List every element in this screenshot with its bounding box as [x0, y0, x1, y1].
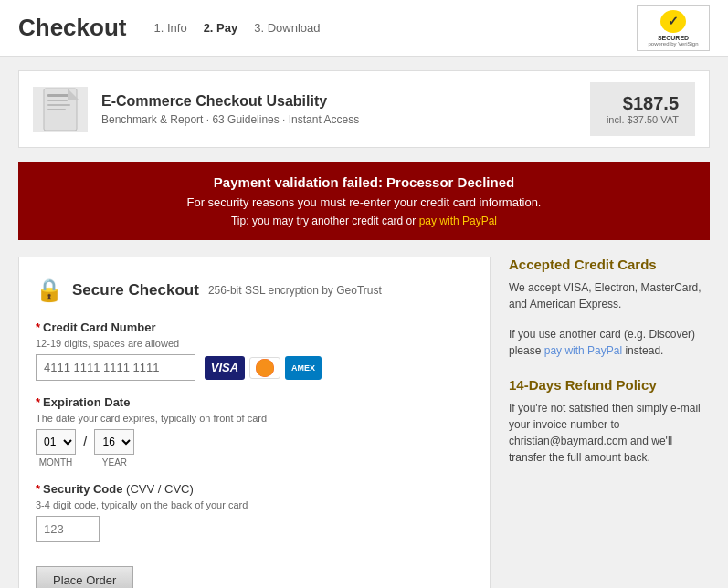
refund-text: If you're not satisfied then simply e-ma…	[509, 400, 710, 466]
expiry-month-select[interactable]: 01020304 05060708 09101112	[36, 429, 76, 455]
page-title: Checkout	[18, 14, 126, 42]
cc-input[interactable]	[36, 354, 195, 381]
svg-rect-2	[47, 100, 68, 101]
cc-field-group: *Credit Card Number 12-19 digits, spaces…	[36, 320, 473, 381]
product-info: E-Commerce Checkout Usability Benchmark …	[101, 93, 590, 126]
refund-heading: 14-Days Refund Policy	[509, 377, 710, 393]
main-content: E-Commerce Checkout Usability Benchmark …	[0, 57, 728, 588]
svg-rect-3	[47, 104, 70, 106]
norton-checkmark: ✓	[660, 10, 686, 33]
error-tip-prefix: Tip: you may try another credit card or	[231, 215, 419, 227]
place-order-button[interactable]: Place Order	[36, 566, 133, 588]
accepted-cards-text2: If you use another card (e.g. Discover) …	[509, 326, 710, 359]
content-row: 🔒 Secure Checkout 256-bit SSL encryption…	[18, 257, 710, 588]
norton-secured: SECURED	[658, 35, 689, 41]
error-tip: Tip: you may try another credit card or …	[37, 215, 691, 227]
security-desc: 3-4 digit code, typically on the back of…	[36, 499, 473, 510]
secure-title: Secure Checkout	[72, 281, 199, 299]
mastercard-icon	[249, 357, 280, 379]
expiry-label: *Expiration Date	[36, 395, 473, 409]
lock-icon: 🔒	[36, 274, 63, 307]
header: Checkout 1. Info 2. Pay 3. Download ✓ SE…	[0, 0, 728, 57]
expiry-desc: The date your card expires, typically on…	[36, 413, 473, 424]
product-subtitle: Benchmark & Report · 63 Guidelines · Ins…	[101, 113, 590, 126]
product-name: E-Commerce Checkout Usability	[101, 93, 590, 110]
security-label: *Security Code (CVV / CVC)	[36, 482, 473, 496]
expiry-year-select[interactable]: 15161718 19202122	[94, 429, 134, 455]
expiry-row: 01020304 05060708 09101112 MONTH / 15161…	[36, 429, 473, 467]
paypal-link-error[interactable]: pay with PayPal	[419, 215, 497, 227]
expiry-field-group: *Expiration Date The date your card expi…	[36, 395, 473, 467]
breadcrumb-step-3: 3. Download	[254, 21, 320, 35]
price-amount: $187.5	[623, 93, 679, 114]
security-suffix: (CVV / CVC)	[126, 482, 194, 496]
breadcrumb-step-2: 2. Pay	[204, 21, 238, 35]
month-label: MONTH	[39, 457, 73, 467]
year-label: YEAR	[102, 457, 127, 467]
svg-rect-4	[47, 109, 66, 110]
accepted-cards-section: Accepted Credit Cards We accept VISA, El…	[509, 257, 710, 359]
cc-field-row: VISA AMEX	[36, 354, 473, 381]
expiry-separator: /	[83, 434, 87, 463]
cc-required: *	[36, 320, 40, 334]
product-icon	[33, 87, 88, 132]
product-price: $187.5 incl. $37.50 VAT	[590, 82, 695, 136]
secure-ssl: 256-bit SSL encryption by GeoTrust	[208, 284, 382, 297]
right-info: Accepted Credit Cards We accept VISA, El…	[509, 257, 710, 588]
breadcrumb-step-1: 1. Info	[153, 21, 186, 35]
paypal-link-cards[interactable]: pay with PayPal	[544, 344, 622, 357]
product-box: E-Commerce Checkout Usability Benchmark …	[18, 70, 710, 148]
norton-powered: powered by VeriSign	[648, 41, 698, 47]
visa-icon: VISA	[205, 356, 245, 380]
accepted-cards-text1: We accept VISA, Electron, MasterCard, an…	[509, 279, 710, 312]
accepted-cards-heading: Accepted Credit Cards	[509, 257, 710, 272]
expiry-required: *	[36, 395, 40, 409]
cards-text2-suffix: instead.	[622, 344, 663, 357]
refund-section: 14-Days Refund Policy If you're not sati…	[509, 377, 710, 466]
cc-label: *Credit Card Number	[36, 320, 473, 334]
breadcrumb: 1. Info 2. Pay 3. Download	[153, 21, 320, 35]
cc-desc: 12-19 digits, spaces are allowed	[36, 338, 473, 349]
form-section: 🔒 Secure Checkout 256-bit SSL encryption…	[18, 257, 491, 588]
card-icons: VISA AMEX	[205, 356, 322, 380]
amex-icon: AMEX	[285, 356, 322, 380]
price-vat: incl. $37.50 VAT	[607, 114, 679, 125]
error-message: For security reasons you must re-enter y…	[37, 195, 691, 209]
security-input[interactable]	[36, 516, 100, 542]
security-field-group: *Security Code (CVV / CVC) 3-4 digit cod…	[36, 482, 473, 542]
header-left: Checkout 1. Info 2. Pay 3. Download	[18, 14, 321, 42]
security-required: *	[36, 482, 40, 496]
secure-header: 🔒 Secure Checkout 256-bit SSL encryption…	[36, 274, 473, 307]
error-title: Payment validation failed: Processor Dec…	[37, 174, 691, 190]
norton-badge: ✓ SECURED powered by VeriSign	[637, 5, 710, 51]
error-box: Payment validation failed: Processor Dec…	[18, 162, 710, 240]
